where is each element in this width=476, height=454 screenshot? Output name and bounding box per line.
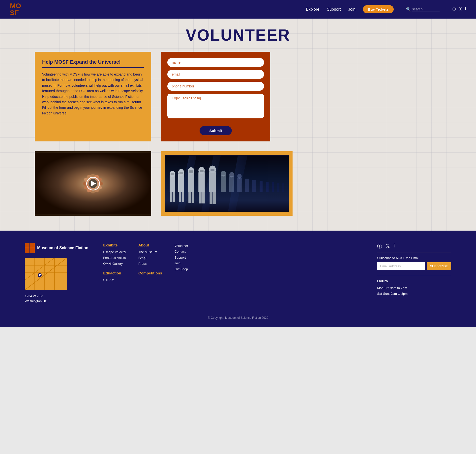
footer-nav: Exhibits Escape Velocity Featured Artist… (103, 243, 362, 303)
footer-address: 1234 W 7 St. Washington DC (25, 294, 88, 303)
nav-explore[interactable]: Explore (306, 7, 319, 12)
svg-rect-51 (260, 181, 263, 192)
footer-col-exhibits: Exhibits Escape Velocity Featured Artist… (103, 243, 126, 303)
svg-rect-32 (192, 192, 194, 203)
svg-rect-31 (188, 192, 191, 203)
info-box: Help MOSF Expand the Universe! Volunteer… (35, 52, 151, 141)
instagram-icon[interactable]: Ⓘ (452, 7, 456, 12)
svg-rect-55 (282, 183, 284, 192)
search-area: 🔍 (406, 7, 440, 12)
nav-support[interactable]: Support (327, 7, 341, 12)
header-social-icons: Ⓘ 𝕏 f (452, 7, 466, 12)
svg-rect-53 (272, 182, 274, 192)
footer-divider (377, 252, 451, 252)
education-heading: Eduaction (103, 271, 126, 275)
header: MO SF Explore Support Join Buy Tickets 🔍… (0, 0, 476, 19)
svg-rect-45 (229, 176, 234, 192)
svg-point-46 (229, 172, 234, 178)
svg-point-67 (39, 274, 41, 276)
search-icon: 🔍 (406, 7, 411, 12)
mosf-logo: MO SF (10, 2, 21, 16)
footer-gift-shop[interactable]: Gift Shop (175, 266, 188, 272)
submit-button[interactable]: Submit (200, 126, 232, 135)
footer-logo-title: Museum of Science Fiction (25, 243, 88, 253)
search-input[interactable] (412, 7, 440, 11)
svg-rect-52 (266, 182, 269, 192)
svg-rect-20 (171, 173, 174, 175)
footer-press[interactable]: Press (138, 261, 162, 267)
footer-social: Ⓘ 𝕏 f (377, 243, 451, 250)
facebook-icon[interactable]: f (465, 7, 466, 12)
competitions-heading: Competitions (138, 271, 162, 275)
svg-rect-33 (198, 172, 205, 192)
footer-logo-name: Museum of Science Fiction (37, 246, 88, 250)
svg-rect-25 (179, 172, 183, 174)
svg-rect-35 (200, 170, 204, 172)
email-subscribe-input[interactable] (377, 262, 425, 270)
hours-weekend: Sat-Sun: 9am to 8pm (377, 291, 451, 296)
hours-title: Hours (377, 279, 451, 283)
info-heading: Help MOSF Expand the Universe! (42, 59, 144, 65)
svg-point-48 (237, 174, 242, 179)
play-button[interactable] (86, 177, 100, 190)
footer-logo-area: Museum of Science Fiction (25, 243, 88, 303)
svg-rect-26 (179, 192, 181, 202)
video-box[interactable] (35, 151, 151, 216)
footer-faqs[interactable]: FAQs (138, 255, 162, 261)
main-content: VOLUNTEER Help MOSF Expand the Universe!… (0, 19, 476, 231)
svg-rect-36 (199, 192, 202, 203)
footer-omni-gallery[interactable]: OMNI Gallery (103, 261, 126, 267)
footer-twitter-icon[interactable]: 𝕏 (386, 243, 390, 250)
footer-col-about: About The Museum FAQs Press Competitions (138, 243, 162, 303)
footer-top: Museum of Science Fiction (25, 243, 451, 303)
copyright-text: © Copyright, Museum of Science Fiction 2… (208, 316, 268, 320)
about-heading: About (138, 243, 162, 247)
svg-rect-41 (209, 192, 212, 204)
svg-rect-40 (210, 169, 214, 171)
footer-support[interactable]: Support (175, 255, 188, 260)
footer-volunteer[interactable]: Volunteer (175, 243, 188, 249)
phone-field[interactable] (167, 82, 264, 91)
svg-rect-28 (188, 173, 194, 192)
svg-rect-21 (170, 192, 173, 202)
subscribe-label: Subscribe to MOSF via Email (377, 256, 451, 260)
info-body: Volunteering with MOSF is how we are abl… (42, 72, 144, 116)
buy-tickets-button[interactable]: Buy Tickets (363, 5, 394, 13)
svg-rect-43 (221, 175, 226, 192)
image-box (161, 151, 293, 216)
svg-rect-30 (189, 170, 193, 173)
svg-rect-42 (213, 192, 216, 204)
top-two-col: Help MOSF Expand the Universe! Volunteer… (35, 52, 441, 141)
info-divider (42, 67, 144, 68)
hours-text: Mon-Fri: 9am to 7pm Sat-Sun: 9am to 8pm (377, 285, 451, 297)
svg-rect-38 (209, 171, 216, 192)
message-field[interactable] (167, 94, 264, 118)
hours-weekday: Mon-Fri: 9am to 7pm (377, 285, 451, 291)
nav-join[interactable]: Join (348, 7, 355, 12)
subscribe-button[interactable]: SUBSCRIBE (427, 262, 451, 270)
volunteer-form: Submit (161, 52, 270, 141)
footer-divider2 (377, 275, 451, 275)
svg-rect-18 (170, 175, 175, 192)
footer-contact[interactable]: Contact (175, 249, 188, 254)
footer-the-museum[interactable]: The Museum (138, 249, 162, 255)
footer: Museum of Science Fiction (0, 231, 476, 327)
footer-right: Ⓘ 𝕏 f Subscribe to MOSF via Email SUBSCR… (377, 243, 451, 303)
main-nav: Explore Support Join Buy Tickets 🔍 Ⓘ 𝕏 f (306, 5, 466, 13)
exhibits-heading: Exhibits (103, 243, 126, 247)
svg-rect-49 (245, 179, 249, 192)
footer-facebook-icon[interactable]: f (393, 243, 395, 250)
stormtroopers-image (165, 155, 289, 212)
svg-rect-22 (173, 192, 175, 202)
footer-featured-artists[interactable]: Featured Artists (103, 255, 126, 261)
footer-logo-icon (25, 243, 35, 253)
footer-join[interactable]: Join (175, 260, 188, 266)
name-field[interactable] (167, 58, 264, 67)
twitter-icon[interactable]: 𝕏 (459, 7, 462, 12)
footer-instagram-icon[interactable]: Ⓘ (377, 243, 382, 250)
footer-escape-velocity[interactable]: Escape Velocity (103, 249, 126, 255)
email-field[interactable] (167, 70, 264, 79)
footer-steam[interactable]: STEAM (103, 277, 126, 283)
svg-rect-47 (237, 177, 242, 192)
svg-point-44 (221, 171, 226, 177)
